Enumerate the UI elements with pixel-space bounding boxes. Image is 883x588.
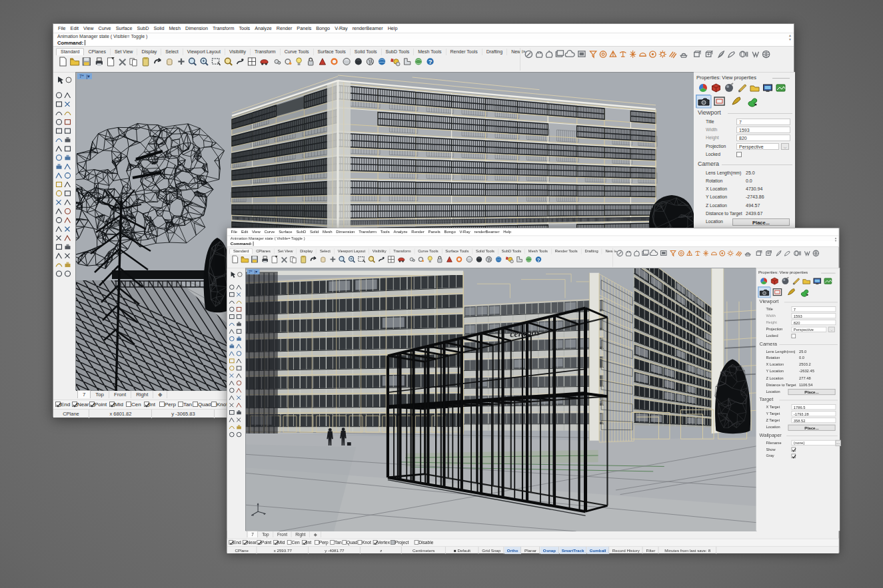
svg-text:cenroos: cenroos [509, 326, 540, 339]
svg-text:?: ? [537, 257, 540, 263]
svg-text:?: ? [429, 59, 433, 65]
